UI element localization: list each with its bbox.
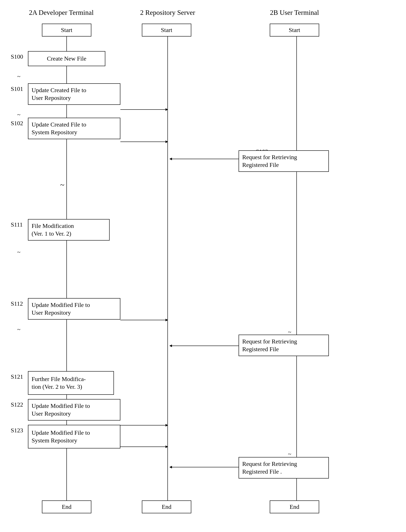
request-registered-2-label: Request for Retrieving Registered File — [242, 338, 325, 353]
step-s112: S112 — [11, 300, 23, 307]
step-s100: S100 — [11, 53, 23, 60]
squiggle-7: ~ — [288, 451, 291, 457]
update-created-system-label: Update Created File to System Repository — [32, 121, 117, 136]
further-file-mod-label: Further File Modifica- tion (Ver. 2 to V… — [32, 375, 110, 391]
update-created-user-box: Update Created File to User Repository — [28, 83, 120, 105]
step-s111: S111 — [11, 221, 23, 228]
further-file-mod-box: Further File Modifica- tion (Ver. 2 to V… — [28, 371, 114, 395]
end-box-1: End — [42, 500, 91, 513]
step-s102: S102 — [11, 120, 23, 127]
svg-marker-4 — [166, 108, 168, 111]
svg-marker-16 — [166, 424, 168, 426]
request-registered-3-box: Request for Retrieving Registered File . — [239, 457, 329, 479]
squiggle-2: ~ — [17, 111, 20, 118]
request-registered-3-label: Request for Retrieving Registered File . — [242, 460, 325, 476]
squiggle-5: ~ — [17, 326, 20, 333]
file-modification-label: File Modification (Ver. 1 to Ver. 2) — [32, 222, 106, 238]
create-new-file-box: Create New File — [28, 51, 105, 66]
update-created-user-label: Update Created File to User Repository — [32, 86, 117, 102]
svg-marker-8 — [169, 158, 172, 160]
start-box-2: Start — [142, 24, 191, 36]
request-registered-1-box: Request for Retrieving Registered File — [239, 150, 329, 172]
step-s121: S121 — [11, 373, 23, 380]
svg-marker-18 — [166, 446, 168, 448]
col1-header: 2A Developer Terminal — [24, 9, 99, 16]
diagram-svg — [0, 0, 406, 532]
col2-header: 2 Repository Server — [133, 9, 202, 16]
update-created-system-box: Update Created File to System Repository — [28, 118, 120, 139]
update-modified-system-label: Update Modified File to System Repositor… — [32, 429, 117, 445]
squiggle-4: ~ — [17, 249, 20, 255]
request-registered-2-box: Request for Retrieving Registered File — [239, 335, 329, 356]
step-s101: S101 — [11, 85, 23, 92]
request-registered-1-label: Request for Retrieving Registered File — [242, 153, 325, 169]
svg-marker-20 — [169, 466, 172, 468]
update-modified-user-2-label: Update Modified File to User Repository — [32, 402, 117, 418]
end-box-2: End — [142, 500, 191, 513]
start-box-1: Start — [42, 24, 91, 36]
update-modified-user-2-box: Update Modified File to User Repository — [28, 399, 120, 420]
update-modified-user-1-box: Update Modified File to User Repository — [28, 298, 120, 319]
update-modified-system-box: Update Modified File to System Repositor… — [28, 425, 120, 448]
update-modified-user-1-label: Update Modified File to User Repository — [32, 301, 117, 317]
diagram-container: 2A Developer Terminal 2 Repository Serve… — [0, 0, 406, 532]
col3-header: 2B User Terminal — [258, 9, 331, 16]
step-s122: S122 — [11, 401, 23, 408]
svg-marker-6 — [166, 141, 168, 143]
svg-marker-11 — [166, 319, 168, 321]
end-box-3: End — [270, 500, 319, 513]
file-modification-box: File Modification (Ver. 1 to Ver. 2) — [28, 219, 110, 241]
svg-marker-13 — [169, 345, 172, 347]
step-s123: S123 — [11, 427, 23, 434]
squiggle-3: ~ — [60, 180, 64, 189]
start-box-3: Start — [270, 24, 319, 36]
squiggle-1: ~ — [17, 73, 20, 80]
